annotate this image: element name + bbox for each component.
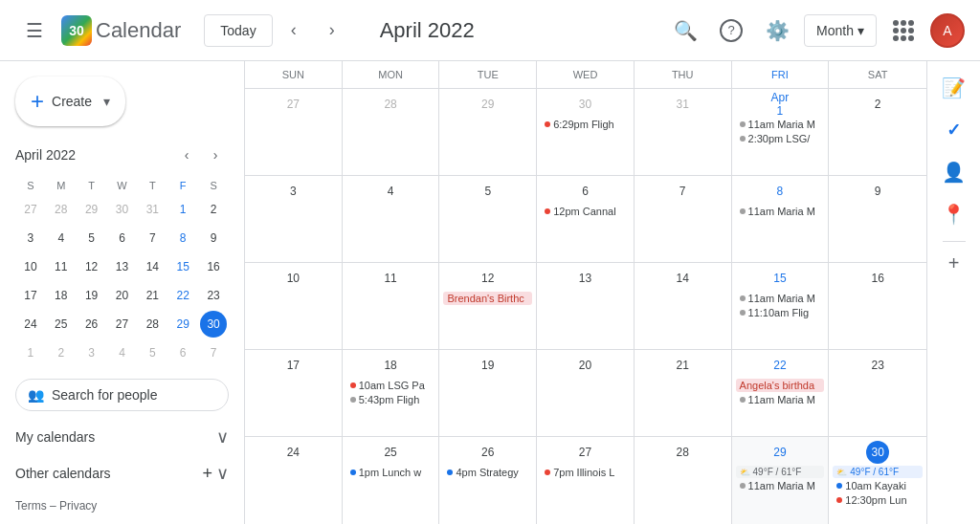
mini-day[interactable]: 5: [78, 225, 105, 251]
mini-day[interactable]: 2: [48, 339, 75, 366]
other-calendars-section[interactable]: Other calendars + ∨: [0, 455, 244, 491]
cal-cell[interactable]: 21: [635, 350, 732, 436]
cal-date[interactable]: 15: [768, 267, 791, 290]
keep-button[interactable]: 📝: [935, 69, 973, 107]
view-selector[interactable]: Month ▾: [804, 14, 877, 47]
cal-cell[interactable]: 17: [245, 350, 343, 436]
cal-cell[interactable]: 28: [343, 89, 440, 175]
cal-cell[interactable]: 23: [829, 350, 926, 436]
mini-day[interactable]: 3: [78, 339, 105, 366]
mini-day[interactable]: 30: [108, 196, 135, 223]
cal-date[interactable]: 30: [573, 93, 596, 116]
mini-day[interactable]: 22: [169, 282, 196, 309]
next-button[interactable]: ›: [315, 13, 349, 48]
mini-day[interactable]: 3: [17, 225, 44, 251]
settings-button[interactable]: ⚙️: [758, 11, 796, 50]
event[interactable]: 11am Maria M: [736, 393, 825, 406]
mini-day[interactable]: 11: [48, 253, 75, 280]
tasks-button[interactable]: ✓: [935, 111, 973, 149]
mini-day[interactable]: 5: [139, 339, 166, 366]
cal-cell[interactable]: 27: [245, 89, 343, 175]
cal-date[interactable]: 5: [477, 180, 500, 203]
cal-date[interactable]: 2: [866, 93, 889, 116]
event[interactable]: 12pm Cannal: [541, 205, 630, 218]
cal-cell[interactable]: 12 Brendan's Birthc: [439, 263, 537, 349]
cal-date[interactable]: 14: [671, 267, 694, 290]
mini-day[interactable]: 1: [17, 339, 44, 366]
cal-cell[interactable]: 4: [343, 176, 440, 262]
cal-date[interactable]: 11: [379, 267, 402, 290]
mini-day[interactable]: 18: [48, 282, 75, 309]
mini-day[interactable]: 8: [169, 225, 196, 251]
cal-cell[interactable]: 16: [829, 263, 926, 349]
help-button[interactable]: ?: [712, 11, 750, 50]
mini-day[interactable]: 13: [108, 253, 135, 280]
cal-date[interactable]: 7: [671, 180, 694, 203]
cal-cell[interactable]: 3: [245, 176, 343, 262]
create-button[interactable]: + Create ▾: [15, 76, 125, 126]
cal-date[interactable]: 21: [671, 354, 694, 377]
cal-cell[interactable]: 11: [343, 263, 440, 349]
cal-date[interactable]: 31: [671, 93, 694, 116]
event[interactable]: 11am Maria M: [736, 292, 825, 305]
cal-date[interactable]: 16: [866, 267, 889, 290]
cal-date[interactable]: 27: [281, 93, 304, 116]
cal-date[interactable]: 22: [768, 354, 791, 377]
mini-day[interactable]: 23: [200, 282, 227, 309]
mini-day[interactable]: 14: [139, 253, 166, 280]
event[interactable]: 10am Kayaki: [833, 479, 923, 492]
mini-day[interactable]: 28: [139, 311, 166, 338]
mini-day[interactable]: 20: [108, 282, 135, 309]
event[interactable]: Brendan's Birthc: [443, 292, 532, 305]
mini-day[interactable]: 17: [17, 282, 44, 309]
cal-date[interactable]: 28: [671, 441, 694, 464]
event[interactable]: 4pm Strategy: [443, 466, 532, 479]
mini-day[interactable]: 27: [17, 196, 44, 223]
cal-cell[interactable]: 25 1pm Lunch w: [343, 437, 440, 524]
cal-cell[interactable]: Apr 1 11am Maria M 2:30pm LSG/: [732, 89, 830, 175]
mini-day[interactable]: 28: [48, 196, 75, 223]
contacts-button[interactable]: 👤: [935, 153, 973, 191]
cal-date[interactable]: 19: [477, 354, 500, 377]
mini-day[interactable]: 7: [200, 339, 227, 366]
mini-day[interactable]: 27: [108, 311, 135, 338]
cal-cell[interactable]: 19: [439, 350, 537, 436]
cal-cell[interactable]: 7: [635, 176, 732, 262]
mini-day[interactable]: 29: [169, 311, 196, 338]
mini-day[interactable]: 31: [139, 196, 166, 223]
cal-date-today[interactable]: 30: [866, 441, 889, 464]
avatar[interactable]: A: [930, 13, 965, 48]
cal-date[interactable]: Apr 1: [768, 93, 791, 116]
mini-day[interactable]: 24: [17, 311, 44, 338]
cal-cell[interactable]: 8 11am Maria M: [732, 176, 830, 262]
cal-cell[interactable]: 13: [537, 263, 635, 349]
maps-button[interactable]: 📍: [935, 195, 973, 233]
cal-cell[interactable]: 29 ⛅49°F / 61°F 11am Maria M: [732, 437, 830, 524]
cal-cell[interactable]: 9: [829, 176, 926, 262]
cal-cell[interactable]: 31: [635, 89, 732, 175]
weather-event[interactable]: ⛅49°F / 61°F: [736, 466, 825, 478]
mini-day[interactable]: 1: [169, 196, 196, 223]
mini-day[interactable]: 29: [78, 196, 105, 223]
prev-button[interactable]: ‹: [277, 13, 311, 48]
menu-button[interactable]: ☰: [15, 11, 54, 50]
mini-day[interactable]: 16: [200, 253, 227, 280]
mini-day-today[interactable]: 30: [200, 311, 227, 338]
cal-date[interactable]: 8: [768, 180, 791, 203]
mini-day[interactable]: 7: [139, 225, 166, 251]
terms-link[interactable]: Terms: [15, 499, 47, 513]
cal-cell[interactable]: 2: [829, 89, 926, 175]
add-calendar-icon[interactable]: +: [202, 464, 212, 484]
event[interactable]: 11am Maria M: [736, 205, 825, 218]
privacy-link[interactable]: Privacy: [59, 499, 97, 513]
cal-date[interactable]: 13: [573, 267, 596, 290]
event[interactable]: 10am LSG Pa: [346, 379, 435, 392]
mini-day[interactable]: 10: [17, 253, 44, 280]
mini-day[interactable]: 2: [200, 196, 227, 223]
cal-date[interactable]: 9: [866, 180, 889, 203]
cal-cell[interactable]: 26 4pm Strategy: [439, 437, 537, 524]
weather-event[interactable]: ⛅49°F / 61°F: [833, 466, 923, 478]
search-people[interactable]: 👥 Search for people: [15, 379, 229, 411]
cal-date[interactable]: 29: [768, 441, 791, 464]
cal-cell[interactable]: 29: [439, 89, 537, 175]
